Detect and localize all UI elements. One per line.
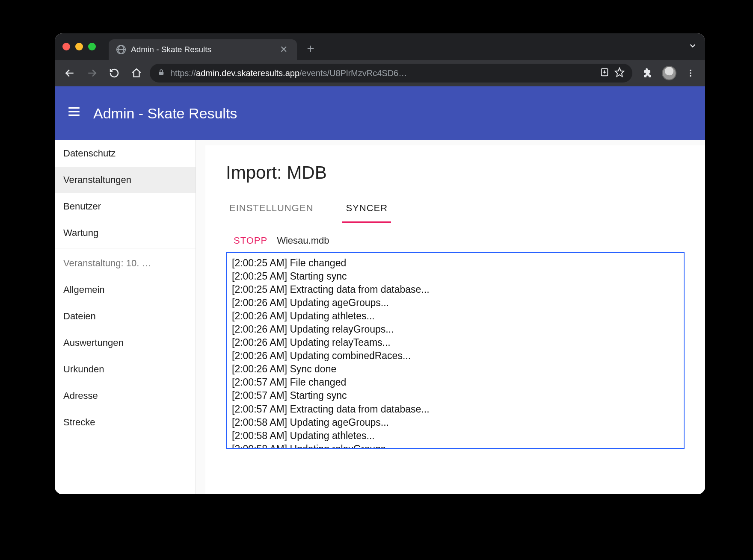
sync-log[interactable]: [2:00:25 AM] File changed[2:00:25 AM] St… <box>226 252 685 449</box>
log-line: [2:00:58 AM] Updating athletes... <box>232 429 679 442</box>
browser-tab[interactable]: Admin - Skate Results ✕ <box>109 39 297 60</box>
sidebar-item[interactable]: Benutzer <box>55 193 196 220</box>
bookmark-star-icon[interactable] <box>614 67 625 80</box>
sidebar-item[interactable]: Wartung <box>55 220 196 246</box>
sidebar-item[interactable]: Strecke <box>55 409 196 436</box>
browser-tab-title: Admin - Skate Results <box>131 45 273 54</box>
log-line: [2:00:57 AM] Extracting data from databa… <box>232 403 679 416</box>
sidebar-item[interactable]: Allgemein <box>55 277 196 303</box>
chrome-toolbar: https://admin.dev.skateresults.app/event… <box>55 60 705 86</box>
app-header: Admin - Skate Results <box>55 86 705 140</box>
sidebar-item[interactable]: Auswertungen <box>55 330 196 356</box>
avatar-icon <box>662 66 676 80</box>
log-line: [2:00:26 AM] Updating relayTeams... <box>232 336 679 349</box>
globe-icon <box>116 45 126 54</box>
log-line: [2:00:25 AM] File changed <box>232 256 679 270</box>
log-line: [2:00:57 AM] File changed <box>232 376 679 389</box>
app-title: Admin - Skate Results <box>93 105 237 122</box>
toolbar-actions <box>639 65 699 82</box>
tabs: EINSTELLUNGENSYNCER <box>226 197 685 223</box>
sidebar: DatenschutzVeranstaltungenBenutzerWartun… <box>55 140 196 494</box>
reload-button[interactable] <box>105 64 123 82</box>
svg-point-6 <box>690 70 691 71</box>
sidebar-section-header: Veranstaltung: 10. … <box>55 250 196 277</box>
log-line: [2:00:26 AM] Sync done <box>232 363 679 376</box>
profile-avatar[interactable] <box>661 65 678 82</box>
address-bar[interactable]: https://admin.dev.skateresults.app/event… <box>150 64 632 83</box>
sidebar-item[interactable]: Adresse <box>55 383 196 409</box>
browser-window: Admin - Skate Results ✕ ＋ https://admin.… <box>55 33 705 494</box>
svg-rect-2 <box>159 72 164 75</box>
page-title: Import: MDB <box>226 162 685 183</box>
log-line: [2:00:26 AM] Updating relayGroups... <box>232 323 679 336</box>
content-area: DatenschutzVeranstaltungenBenutzerWartun… <box>55 140 705 494</box>
close-tab-button[interactable]: ✕ <box>278 44 289 55</box>
sync-filename: Wiesau.mdb <box>277 235 329 246</box>
chrome-menu-button[interactable] <box>682 65 699 82</box>
tab[interactable]: SYNCER <box>342 197 391 223</box>
sidebar-item[interactable]: Urkunden <box>55 356 196 383</box>
stop-button[interactable]: STOPP <box>234 235 267 246</box>
url-text: https://admin.dev.skateresults.app/event… <box>170 68 595 78</box>
tabs-dropdown-button[interactable] <box>688 41 697 52</box>
log-line: [2:00:58 AM] Updating relayGroups... <box>232 442 679 449</box>
sidebar-item[interactable]: Veranstaltungen <box>55 167 196 193</box>
back-button[interactable] <box>61 64 79 82</box>
svg-point-7 <box>690 72 691 74</box>
log-line: [2:00:57 AM] Starting sync <box>232 389 679 402</box>
syncer-controls: STOPP Wiesau.mdb <box>234 235 685 246</box>
new-tab-button[interactable]: ＋ <box>305 40 317 56</box>
traffic-lights <box>62 43 96 50</box>
svg-marker-5 <box>615 68 624 77</box>
tab[interactable]: EINSTELLUNGEN <box>226 197 317 223</box>
sidebar-item[interactable]: Dateien <box>55 303 196 330</box>
window-close-button[interactable] <box>62 43 70 50</box>
menu-button[interactable] <box>67 104 81 122</box>
extensions-button[interactable] <box>639 65 656 82</box>
sidebar-item[interactable]: Datenschutz <box>55 140 196 167</box>
chrome-tab-strip: Admin - Skate Results ✕ ＋ <box>55 33 705 60</box>
sidebar-divider <box>55 248 196 248</box>
log-line: [2:00:26 AM] Updating combinedRaces... <box>232 349 679 363</box>
forward-button[interactable] <box>83 64 101 82</box>
lock-icon <box>157 68 165 78</box>
install-app-icon[interactable] <box>600 68 609 79</box>
log-line: [2:00:58 AM] Updating ageGroups... <box>232 416 679 429</box>
log-line: [2:00:26 AM] Updating athletes... <box>232 309 679 323</box>
svg-point-8 <box>690 75 691 77</box>
window-minimize-button[interactable] <box>75 43 83 50</box>
window-zoom-button[interactable] <box>88 43 96 50</box>
main-panel: Import: MDB EINSTELLUNGENSYNCER STOPP Wi… <box>205 145 705 494</box>
log-line: [2:00:25 AM] Extracting data from databa… <box>232 283 679 296</box>
home-button[interactable] <box>127 64 145 82</box>
log-line: [2:00:25 AM] Starting sync <box>232 270 679 283</box>
log-line: [2:00:26 AM] Updating ageGroups... <box>232 296 679 309</box>
